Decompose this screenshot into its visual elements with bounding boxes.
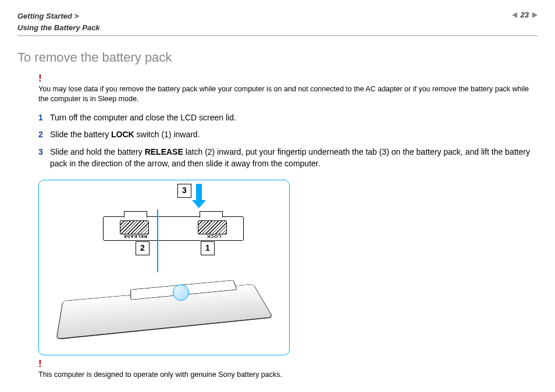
- warning-text-1: You may lose data if you remove the batt…: [38, 84, 538, 104]
- step-number: 2: [38, 129, 50, 141]
- page-number: 23: [521, 10, 529, 19]
- next-page-icon[interactable]: [532, 12, 538, 18]
- section-title: To remove the battery pack: [17, 50, 538, 65]
- step-item: 2 Slide the battery LOCK switch (1) inwa…: [38, 129, 538, 141]
- release-label: RELEASE: [123, 234, 147, 239]
- step-item: 1 Turn off the computer and close the LC…: [38, 112, 538, 124]
- magnifier-lens-icon: [173, 284, 189, 301]
- laptop-bottom-view: [62, 270, 272, 340]
- step-list: 1 Turn off the computer and close the LC…: [38, 112, 538, 169]
- prev-page-icon[interactable]: [512, 12, 517, 18]
- warning-text-2: This computer is designed to operate onl…: [38, 370, 538, 380]
- step-text: Turn off the computer and close the LCD …: [50, 112, 236, 124]
- warning-icon: !: [38, 359, 538, 369]
- battery-removal-illustration: 3 RELEASE LOCK 2 1: [38, 180, 290, 355]
- page-navigation: 23: [512, 10, 538, 19]
- step-item: 3 Slide and hold the battery RELEASE lat…: [38, 147, 538, 169]
- step-number: 1: [38, 112, 50, 124]
- callout-3: 3: [177, 184, 191, 198]
- breadcrumb-line-2: Using the Battery Pack: [17, 22, 100, 34]
- release-latch-icon: [120, 220, 149, 234]
- breadcrumb: Getting Started > Using the Battery Pack: [17, 10, 100, 33]
- breadcrumb-line-1: Getting Started >: [17, 10, 100, 22]
- callout-2: 2: [136, 241, 150, 255]
- arrow-down-icon: [194, 184, 204, 208]
- battery-enlarged-view: RELEASE LOCK: [103, 216, 244, 241]
- lock-label: LOCK: [207, 234, 221, 239]
- callout-1: 1: [201, 241, 215, 255]
- leader-line: [157, 209, 158, 272]
- step-text: Slide and hold the battery RELEASE latch…: [50, 147, 538, 169]
- lock-switch-icon: [198, 220, 227, 234]
- warning-icon: !: [38, 73, 538, 83]
- step-text: Slide the battery LOCK switch (1) inward…: [50, 129, 200, 141]
- step-number: 3: [38, 147, 50, 158]
